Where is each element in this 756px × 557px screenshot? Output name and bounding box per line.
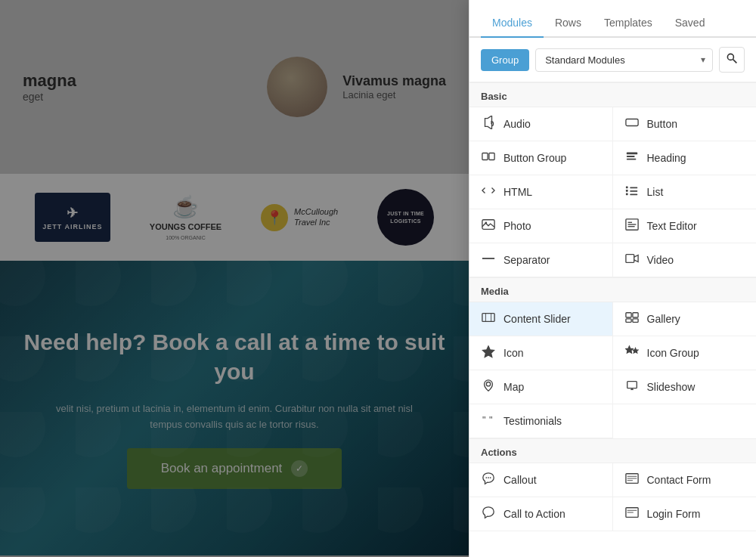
button-icon bbox=[624, 116, 640, 132]
content-slider-label: Content Slider bbox=[503, 313, 571, 325]
text-editor-icon bbox=[624, 218, 640, 234]
svg-rect-21 bbox=[625, 255, 634, 263]
svg-rect-7 bbox=[626, 159, 636, 160]
svg-point-32 bbox=[486, 382, 490, 386]
svg-rect-13 bbox=[630, 194, 637, 196]
module-icon-group[interactable]: Icon Group bbox=[613, 336, 757, 370]
tab-bar: Modules Rows Templates Saved bbox=[469, 0, 756, 38]
heading-icon bbox=[624, 150, 640, 166]
svg-rect-28 bbox=[632, 319, 637, 323]
text-editor-label: Text Editor bbox=[647, 220, 697, 232]
book-appointment-button[interactable]: Book an appointment ✓ bbox=[127, 448, 342, 489]
audio-icon bbox=[481, 116, 496, 132]
module-icon[interactable]: Icon bbox=[469, 336, 613, 370]
svg-point-39 bbox=[488, 477, 489, 478]
cta-text: velit nisi, pretium ut lacinia in, eleme… bbox=[45, 401, 423, 433]
group-button[interactable]: Group bbox=[481, 49, 529, 71]
mcc-name: McCullough bbox=[294, 207, 338, 217]
module-login-form[interactable]: Login Form bbox=[613, 497, 757, 531]
module-button-group[interactable]: Button Group bbox=[469, 141, 613, 175]
testimonials-icon: "" bbox=[481, 413, 496, 429]
module-separator[interactable]: Separator bbox=[469, 243, 613, 277]
slideshow-label: Slideshow bbox=[647, 381, 696, 393]
svg-line-1 bbox=[733, 60, 737, 63]
icon-module-label: Icon bbox=[503, 347, 523, 359]
svg-rect-2 bbox=[625, 119, 637, 126]
module-contact-form[interactable]: Contact Form bbox=[613, 463, 757, 497]
logo-justin: JUST IN TIMELOGISTICS bbox=[377, 189, 434, 246]
book-appointment-label: Book an appointment bbox=[161, 461, 283, 476]
module-list[interactable]: List bbox=[613, 175, 757, 209]
actions-modules-grid: Callout Contact Form Call to Action Logi… bbox=[469, 463, 756, 531]
button-group-label: Button Group bbox=[503, 152, 566, 164]
mcc-text: McCullough Travel Inc bbox=[294, 207, 338, 227]
module-filter-select[interactable]: Standard Modules Advanced Modules bbox=[535, 48, 713, 72]
justin-text: JUST IN TIMELOGISTICS bbox=[387, 210, 424, 224]
basic-modules-grid: Audio Button Button Group Heading bbox=[469, 107, 756, 277]
jett-label: JETT AIRLINES bbox=[42, 223, 102, 231]
contact-form-icon bbox=[624, 472, 640, 488]
tab-rows[interactable]: Rows bbox=[544, 9, 593, 38]
bg-text-block: magna eget bbox=[23, 71, 252, 103]
avatar-image bbox=[267, 57, 327, 117]
modules-list: Basic Audio Button Button Group bbox=[469, 82, 756, 557]
module-call-to-action[interactable]: Call to Action bbox=[469, 497, 613, 531]
svg-rect-8 bbox=[625, 187, 627, 189]
mcc-icon: 📍 bbox=[261, 204, 288, 231]
module-html[interactable]: HTML bbox=[469, 175, 613, 209]
module-content-slider[interactable]: Content Slider bbox=[469, 302, 613, 336]
heading-label: Heading bbox=[647, 152, 686, 164]
bg-name-sub: Lacinia eget bbox=[342, 89, 446, 101]
youngs-cup-icon: ☕ bbox=[172, 194, 199, 219]
svg-rect-22 bbox=[482, 314, 494, 322]
login-form-icon bbox=[624, 506, 640, 522]
module-text-editor[interactable]: Text Editor bbox=[613, 209, 757, 243]
icon-group-label: Icon Group bbox=[647, 347, 699, 359]
svg-rect-25 bbox=[625, 313, 631, 317]
logo-jett: ✈ JETT AIRLINES bbox=[35, 193, 110, 242]
module-heading[interactable]: Heading bbox=[613, 141, 757, 175]
filter-bar: Group Standard Modules Advanced Modules … bbox=[469, 38, 756, 82]
html-label: HTML bbox=[503, 186, 532, 198]
svg-point-40 bbox=[490, 477, 491, 478]
button-group-icon bbox=[481, 150, 496, 166]
svg-rect-27 bbox=[625, 319, 631, 323]
module-slideshow[interactable]: Slideshow bbox=[613, 370, 757, 404]
video-label: Video bbox=[647, 254, 674, 266]
module-map[interactable]: Map bbox=[469, 370, 613, 404]
section-media-header: Media bbox=[469, 277, 756, 302]
map-label: Map bbox=[503, 381, 524, 393]
svg-marker-30 bbox=[625, 346, 633, 353]
bg-cta-section: Need help? Book a call at a time to suit… bbox=[0, 261, 469, 555]
tab-templates[interactable]: Templates bbox=[593, 9, 664, 38]
check-icon: ✓ bbox=[291, 460, 308, 477]
module-gallery[interactable]: Gallery bbox=[613, 302, 757, 336]
gallery-label: Gallery bbox=[647, 313, 680, 325]
module-callout[interactable]: Callout bbox=[469, 463, 613, 497]
photo-label: Photo bbox=[503, 220, 531, 232]
tab-modules[interactable]: Modules bbox=[481, 9, 544, 38]
callout-icon bbox=[481, 472, 496, 488]
section-actions-header: Actions bbox=[469, 438, 756, 463]
media-modules-grid: Content Slider Gallery Icon Icon Group bbox=[469, 302, 756, 438]
search-button[interactable] bbox=[719, 47, 745, 73]
content-slider-icon bbox=[481, 311, 496, 327]
modules-panel: Modules Rows Templates Saved Group Stand… bbox=[469, 0, 756, 557]
tab-saved[interactable]: Saved bbox=[664, 9, 717, 38]
svg-text:": " bbox=[489, 415, 492, 425]
module-video[interactable]: Video bbox=[613, 243, 757, 277]
module-photo[interactable]: Photo bbox=[469, 209, 613, 243]
bg-text-eget: eget bbox=[23, 91, 252, 103]
icon-module-icon bbox=[481, 345, 496, 361]
module-testimonials[interactable]: "" Testimonials bbox=[469, 404, 613, 438]
slideshow-icon bbox=[624, 379, 640, 395]
svg-rect-6 bbox=[626, 156, 634, 157]
svg-text:": " bbox=[482, 415, 485, 425]
call-to-action-label: Call to Action bbox=[503, 508, 565, 520]
module-button[interactable]: Button bbox=[613, 107, 757, 141]
map-icon bbox=[481, 379, 496, 395]
button-label: Button bbox=[647, 118, 677, 130]
module-audio[interactable]: Audio bbox=[469, 107, 613, 141]
page-background: magna eget Vivamus magna Lacinia eget ✈ … bbox=[0, 0, 469, 557]
svg-rect-3 bbox=[482, 153, 488, 160]
